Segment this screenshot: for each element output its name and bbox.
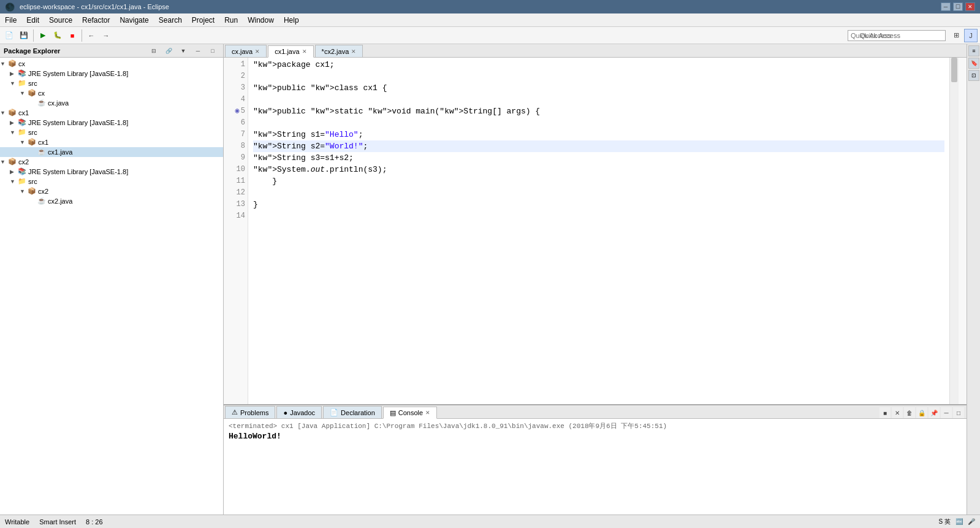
console-clear-button[interactable]: 🗑 [904, 407, 915, 418]
menu-item-navigate[interactable]: Navigate [115, 15, 153, 26]
tree-icon: ☕ [37, 197, 47, 205]
tree-label: JRE System Library [JavaSE-1.8] [28, 168, 128, 175]
console-stop-button[interactable]: ■ [879, 407, 891, 418]
tree-arrow: ▶ [10, 120, 17, 126]
console-remove-button[interactable]: ✕ [892, 407, 903, 418]
code-line: "kw">String s2="World!"; [253, 140, 944, 152]
tree-icon: 📦 [27, 89, 37, 98]
tree-label: src [28, 80, 37, 87]
tree-label: cx1 [38, 139, 48, 146]
overview-button[interactable]: ⊡ [968, 70, 979, 81]
tree-item[interactable]: ☕ cx2.java [0, 196, 223, 206]
new-button[interactable]: 📄 [2, 29, 16, 42]
tab-label: cx.java [232, 48, 253, 55]
editor-tab-cx1-java[interactable]: cx1.java ✕ [268, 45, 313, 58]
tree-item[interactable]: ▶ 📚 JRE System Library [JavaSE-1.8] [0, 69, 223, 78]
perspective-button[interactable]: ⊞ [949, 29, 963, 42]
bottom-tab-problems[interactable]: ⚠ Problems [225, 406, 275, 418]
editor-tab-cx2-java[interactable]: *cx2.java ✕ [315, 45, 363, 57]
minimize-sidebar-button[interactable]: ─ [191, 44, 205, 58]
tree-item[interactable]: ▼ 📁 src [0, 78, 223, 88]
toolbar-separator-1 [33, 29, 34, 42]
bookmark-button[interactable]: 🔖 [968, 58, 979, 69]
ime-indicator: S 英 [939, 518, 951, 526]
tree-arrow: ▼ [20, 90, 27, 96]
java-perspective[interactable]: J [964, 29, 978, 42]
sidebar-menu-button[interactable]: ▼ [177, 44, 190, 58]
menu-item-search[interactable]: Search [154, 15, 187, 26]
code-line [253, 117, 944, 129]
tab-close-button[interactable]: ✕ [302, 48, 307, 55]
right-sidebar: ≡ 🔖 ⊡ [967, 44, 980, 515]
code-content[interactable]: "kw">package cx1; "kw">public "kw">class… [248, 58, 949, 404]
debug-button[interactable]: 🐛 [51, 29, 64, 42]
window-controls[interactable]: ─ ☐ ✕ [941, 2, 975, 11]
scroll-thumb[interactable] [951, 58, 957, 82]
bottom-tab-label: Declaration [341, 409, 375, 416]
tree-icon: ☕ [37, 148, 47, 156]
console-pin-button[interactable]: 📌 [929, 407, 940, 418]
right-margin [958, 58, 967, 404]
writable-status: Writable [5, 518, 29, 526]
tree-arrow: ▼ [0, 61, 7, 67]
maximize-button[interactable]: ☐ [953, 2, 963, 11]
code-line: } [253, 175, 944, 187]
tree-label: cx1 [18, 109, 29, 117]
forward-button[interactable]: → [99, 29, 113, 42]
tree-item[interactable]: ▼ 📦 cx [0, 88, 223, 98]
tree-icon: ☕ [37, 99, 47, 107]
tree-item[interactable]: ☕ cx.java [0, 98, 223, 108]
bottom-tab-javadoc[interactable]: ● Javadoc [276, 406, 322, 418]
quick-access-area: Quick Access [848, 30, 946, 41]
code-line [253, 210, 944, 222]
console-minimize-button[interactable]: ─ [941, 407, 952, 418]
save-button[interactable]: 💾 [17, 29, 31, 42]
tree-item[interactable]: ☕ cx1.java [0, 147, 223, 157]
stop-button[interactable]: ■ [66, 29, 79, 42]
tree-icon: 📁 [17, 177, 27, 186]
tree-arrow: ▼ [20, 139, 27, 145]
keyboard-indicator: 🔤 [955, 518, 963, 525]
tree-item[interactable]: ▶ 📚 JRE System Library [JavaSE-1.8] [0, 167, 223, 177]
menu-item-edit[interactable]: Edit [21, 15, 44, 26]
line-number: 4 [226, 94, 245, 105]
bottom-tab-close[interactable]: ✕ [425, 410, 430, 416]
run-button[interactable]: ▶ [36, 29, 50, 42]
bottom-tab-label: Problems [240, 409, 268, 416]
bottom-tab-declaration[interactable]: 📄 Declaration [323, 406, 382, 418]
maximize-sidebar-button[interactable]: □ [206, 44, 219, 58]
tree-item[interactable]: ▼ 📦 cx2 [0, 186, 223, 196]
collapse-all-button[interactable]: ⊟ [147, 44, 161, 58]
tree-item[interactable]: ▼ 📦 cx1 [0, 137, 223, 147]
tree-item[interactable]: ▼ 📦 cx1 [0, 108, 223, 118]
menu-item-source[interactable]: Source [44, 15, 77, 26]
editor-tab-cx-java[interactable]: cx.java ✕ [225, 45, 267, 57]
tree-item[interactable]: ▼ 📦 cx [0, 59, 223, 69]
code-line [253, 94, 944, 105]
console-scroll-lock[interactable]: 🔒 [916, 407, 927, 418]
tree-item[interactable]: ▶ 📚 JRE System Library [JavaSE-1.8] [0, 118, 223, 128]
back-button[interactable]: ← [85, 29, 98, 42]
link-editor-button[interactable]: 🔗 [162, 44, 175, 58]
tree-item[interactable]: ▼ 📦 cx2 [0, 157, 223, 167]
bottom-panel: ⚠ Problems ● Javadoc 📄 Declaration ▤ Con… [224, 404, 967, 515]
menu-item-project[interactable]: Project [187, 15, 219, 26]
menu-item-window[interactable]: Window [243, 15, 279, 26]
tab-close-button[interactable]: ✕ [351, 48, 356, 55]
menu-item-run[interactable]: Run [219, 15, 243, 26]
console-maximize-button[interactable]: □ [953, 407, 964, 418]
toolbar-separator-2 [82, 29, 82, 42]
tab-close-button[interactable]: ✕ [255, 48, 260, 55]
minimize-button[interactable]: ─ [941, 2, 951, 11]
menu-item-refactor[interactable]: Refactor [77, 15, 115, 26]
editor-scrollbar[interactable] [949, 58, 958, 404]
close-button[interactable]: ✕ [965, 2, 975, 11]
menu-item-file[interactable]: File [0, 15, 21, 26]
tab-label: *cx2.java [322, 48, 349, 55]
menu-item-help[interactable]: Help [279, 15, 304, 26]
task-list-button[interactable]: ≡ [968, 45, 979, 56]
tree-item[interactable]: ▼ 📁 src [0, 128, 223, 137]
bottom-tab-console[interactable]: ▤ Console ✕ [383, 407, 437, 419]
tree-item[interactable]: ▼ 📁 src [0, 177, 223, 186]
code-editor[interactable]: 1234◉567891011121314 "kw">package cx1; "… [224, 58, 949, 404]
